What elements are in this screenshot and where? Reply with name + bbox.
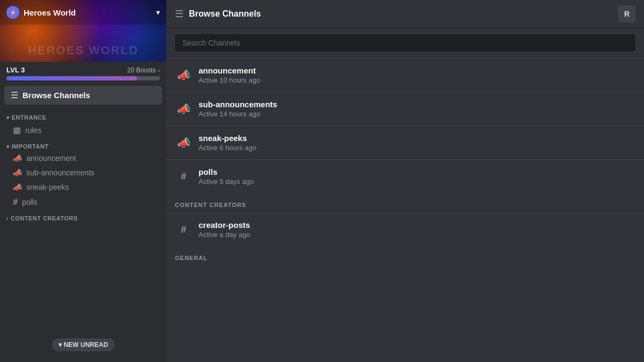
- sub-announcements-card-icon: 📣: [175, 100, 192, 117]
- sidebar-channel-polls[interactable]: # polls: [4, 195, 162, 210]
- section-label-important: IMPORTANT: [12, 143, 49, 150]
- channel-name-sub-announcements: sub-announcements: [26, 168, 94, 177]
- channel-card-announcement[interactable]: 📣 announcement Active 10 hours ago: [166, 58, 644, 92]
- search-bar-container: Search Channels: [166, 28, 644, 58]
- polls-icon: #: [13, 197, 18, 207]
- level-bar-bg: [6, 76, 160, 80]
- section-label-entrance: ENTRANCE: [12, 114, 47, 121]
- level-bar-fill: [6, 76, 137, 80]
- new-unread-label: NEW UNREAD: [64, 341, 108, 349]
- sidebar-channel-rules[interactable]: ▦ rules: [4, 122, 162, 138]
- sidebar-channel-sub-announcements[interactable]: 📣 sub-announcements: [4, 166, 162, 180]
- polls-card-icon: #: [175, 168, 192, 185]
- sidebar-channels-list: ▾ ENTRANCE ▦ rules ▾ IMPORTANT 📣 announc…: [0, 107, 166, 362]
- search-placeholder: Search Channels: [182, 39, 240, 47]
- creator-posts-card-icon: #: [175, 221, 192, 238]
- sneak-peeks-card-info: sneak-peeks Active 6 hours ago: [199, 134, 257, 152]
- channel-card-sub-announcements[interactable]: 📣 sub-announcements Active 14 hours ago: [166, 92, 644, 125]
- sneak-peeks-card-activity: Active 6 hours ago: [199, 144, 257, 152]
- creator-posts-card-info: creator-posts Active a day ago: [199, 220, 250, 239]
- important-chevron-icon: ▾: [6, 144, 10, 150]
- server-icon: ⚡: [6, 6, 19, 19]
- sub-announcements-card-activity: Active 14 hours ago: [199, 110, 277, 118]
- content-creators-chevron-icon: ›: [6, 216, 9, 221]
- sub-announcements-card-info: sub-announcements Active 14 hours ago: [199, 100, 277, 118]
- channel-group-general: GENERAL: [166, 246, 644, 265]
- boosts-chevron-icon: ›: [158, 67, 160, 73]
- group-label-content-creators: CONTENT CREATORS: [166, 193, 644, 212]
- channels-list: 📣 announcement Active 10 hours ago 📣 sub…: [166, 58, 644, 362]
- server-name: Heroes World: [24, 8, 156, 17]
- announcement-card-icon: 📣: [175, 67, 192, 84]
- polls-card-info: polls Active 5 days ago: [199, 167, 254, 186]
- creator-posts-card-name: creator-posts: [199, 220, 250, 230]
- main-header-btn-label: R: [624, 10, 630, 18]
- section-header-important[interactable]: ▾ IMPORTANT: [0, 140, 166, 151]
- sidebar-channel-announcement[interactable]: 📣 announcement: [4, 151, 162, 165]
- creator-posts-card-activity: Active a day ago: [199, 231, 250, 239]
- search-channels-input[interactable]: Search Channels: [175, 34, 635, 51]
- new-unread-pill[interactable]: ▾ NEW UNREAD: [52, 338, 115, 351]
- level-info: LVL 3 20 Boosts ›: [6, 66, 160, 74]
- main-header: ☰ Browse Channels R: [166, 0, 644, 28]
- channel-group-important: 📣 announcement Active 10 hours ago 📣 sub…: [166, 58, 644, 193]
- section-label-content-creators: CONTENT CREATORS: [11, 215, 78, 221]
- channel-card-polls[interactable]: # polls Active 5 days ago: [166, 159, 644, 193]
- boosts-text[interactable]: 20 Boosts ›: [127, 67, 160, 74]
- banner-overlay: HEROES WORLD: [0, 43, 166, 57]
- browse-channels-icon: ☰: [11, 90, 18, 100]
- browse-channels-sidebar-label: Browse Channels: [23, 91, 90, 100]
- server-dropdown-icon[interactable]: ▾: [156, 8, 160, 17]
- announcement-card-info: announcement Active 10 hours ago: [199, 66, 260, 84]
- level-bar-container: LVL 3 20 Boosts ›: [0, 62, 166, 84]
- new-unread-chevron-icon: ▾: [58, 341, 62, 349]
- sub-announcements-icon: 📣: [13, 168, 22, 177]
- channel-name-sneak-peeks: sneak-peeks: [26, 183, 69, 191]
- section-content-creators: › CONTENT CREATORS: [0, 212, 166, 223]
- channel-name-polls: polls: [22, 198, 38, 206]
- channel-name-rules: rules: [25, 126, 41, 135]
- main-header-action-button[interactable]: R: [618, 5, 635, 23]
- section-header-entrance[interactable]: ▾ ENTRANCE: [0, 111, 166, 122]
- sidebar: ⚡ Heroes World ▾ HEROES WORLD LVL 3 20 B…: [0, 0, 166, 362]
- polls-card-name: polls: [199, 167, 254, 176]
- channel-card-sneak-peeks[interactable]: 📣 sneak-peeks Active 6 hours ago: [166, 125, 644, 159]
- sneak-peeks-icon: 📣: [13, 183, 22, 191]
- channel-group-content-creators: CONTENT CREATORS # creator-posts Active …: [166, 193, 644, 246]
- announcement-icon: 📣: [13, 154, 22, 162]
- sneak-peeks-card-icon: 📣: [175, 134, 192, 151]
- sneak-peeks-card-name: sneak-peeks: [199, 134, 257, 143]
- section-header-content-creators[interactable]: › CONTENT CREATORS: [0, 212, 166, 223]
- browse-channels-header-icon: ☰: [175, 8, 184, 20]
- group-label-general: GENERAL: [166, 246, 644, 265]
- announcement-card-activity: Active 10 hours ago: [199, 76, 260, 84]
- announcement-card-name: announcement: [199, 66, 260, 75]
- rules-icon: ▦: [13, 125, 21, 135]
- level-text: LVL 3: [6, 66, 25, 74]
- browse-channels-sidebar-button[interactable]: ☰ Browse Channels: [4, 86, 162, 105]
- main-content: ☰ Browse Channels R Search Channels 📣 an…: [166, 0, 644, 362]
- section-important: ▾ IMPORTANT 📣 announcement 📣 sub-announc…: [0, 140, 166, 210]
- server-banner: ⚡ Heroes World ▾ HEROES WORLD: [0, 0, 166, 62]
- sidebar-channel-area: ▾ ENTRANCE ▦ rules ▾ IMPORTANT 📣 announc…: [0, 107, 166, 362]
- entrance-chevron-icon: ▾: [6, 115, 10, 121]
- channel-name-announcement: announcement: [26, 154, 76, 162]
- sidebar-channel-sneak-peeks[interactable]: 📣 sneak-peeks: [4, 180, 162, 194]
- section-entrance: ▾ ENTRANCE ▦ rules: [0, 111, 166, 138]
- sub-announcements-card-name: sub-announcements: [199, 100, 277, 109]
- polls-card-activity: Active 5 days ago: [199, 178, 254, 186]
- server-header: ⚡ Heroes World ▾: [0, 0, 166, 25]
- main-header-title: Browse Channels: [189, 9, 613, 19]
- channel-card-creator-posts[interactable]: # creator-posts Active a day ago: [166, 212, 644, 246]
